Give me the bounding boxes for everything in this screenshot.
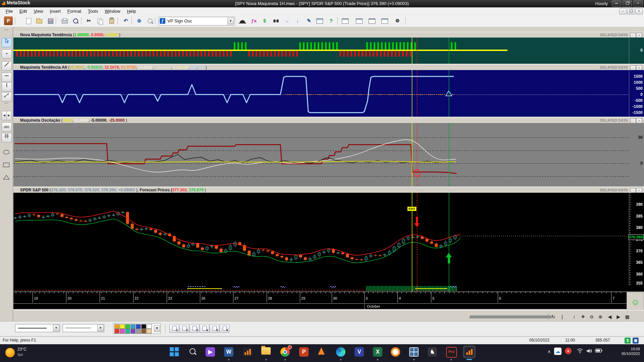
line-weight-dropdown-arrow[interactable]: ▼ <box>97 325 104 331</box>
indicator-combo[interactable]: ƒ VP Sign Osc ▼ <box>158 17 235 25</box>
bar-spacing-button[interactable]: | <box>558 313 566 320</box>
vertical-line-tool[interactable] <box>2 82 12 92</box>
palette-color-f0d0a0[interactable] <box>147 329 152 334</box>
save-chart-icon[interactable] <box>46 16 55 25</box>
weather-sun-icon[interactable] <box>5 348 15 357</box>
help-pointer-icon[interactable]: ? <box>327 16 335 25</box>
palette-color-e03a2f[interactable] <box>114 329 119 334</box>
chart-status-icon[interactable]: ▦ <box>633 338 639 344</box>
tile-vertical-icon[interactable] <box>355 16 364 25</box>
menu-item-window[interactable]: Window <box>102 8 123 14</box>
downloader-icon[interactable]: ↓ <box>293 16 302 25</box>
taskbar-app-chess-app[interactable]: ♞ <box>426 346 438 358</box>
taskbar-app-browser-orange[interactable] <box>389 346 401 358</box>
menu-item-help[interactable]: Help <box>124 8 139 14</box>
child-close-button[interactable]: × <box>635 8 643 14</box>
tile-grid-icon[interactable] <box>380 16 389 25</box>
taskbar-app-remote-grid-app[interactable] <box>408 346 420 358</box>
layout-template-button-3[interactable]: 3 <box>190 324 199 333</box>
cut-icon[interactable]: ✂ <box>85 16 93 25</box>
taskbar-app-metastock-active[interactable] <box>463 346 475 358</box>
crosshair-tool[interactable]: + <box>2 49 12 59</box>
exit-annotation[interactable]: EXIT <box>407 206 417 211</box>
panel-close-button[interactable]: × <box>636 188 642 193</box>
scroll-right-button[interactable]: ▸ <box>6 111 11 120</box>
panel-close-button[interactable]: × <box>636 65 642 70</box>
grid-tool[interactable] <box>2 133 12 142</box>
panel-close-button[interactable]: × <box>636 33 642 38</box>
taskbar-app-chrome[interactable] <box>279 346 291 358</box>
minimize-button[interactable] <box>612 0 621 7</box>
child-restore-button[interactable] <box>627 8 635 14</box>
palette-color-8046c0[interactable] <box>130 329 136 334</box>
rectangle-tool[interactable] <box>2 162 11 171</box>
palette-dropdown-arrow[interactable]: ▼ <box>154 325 160 332</box>
weather-temp[interactable]: 23°C <box>17 347 26 352</box>
scrollbar-thumb[interactable] <box>470 315 552 318</box>
panel-chart-canvas-maquineta-tendencia-alt[interactable] <box>13 70 629 117</box>
panel-restore-button[interactable] <box>630 118 636 123</box>
zoom-in-button[interactable]: ⊕ <box>596 313 604 320</box>
menu-item-file[interactable]: File <box>3 8 16 14</box>
menu-item-tools[interactable]: Tools <box>85 8 101 14</box>
scroll-left-button[interactable]: ◀ <box>606 313 614 320</box>
line-weight-combo[interactable]: ▼ <box>63 324 104 332</box>
taskbar-app-powerpoint[interactable]: P <box>298 346 310 358</box>
taskbar-app-metastock-pro[interactable]: Pro <box>445 346 457 358</box>
volume-icon[interactable] <box>586 348 592 355</box>
vertical-scale-button[interactable]: ↕ <box>570 313 578 320</box>
dollar-status-icon[interactable]: $ <box>625 338 631 344</box>
layout-template-button-6[interactable]: 6 <box>220 324 229 333</box>
battery-icon[interactable] <box>595 348 602 354</box>
tray-alert-icon[interactable]: × <box>565 348 572 354</box>
palette-color-2c46c8[interactable] <box>136 324 141 329</box>
layout-template-button-5[interactable]: 5 <box>210 324 219 333</box>
dollar-explorer-icon[interactable]: $ <box>260 16 269 25</box>
wifi-icon[interactable] <box>577 348 583 355</box>
ellipse-tool[interactable] <box>2 149 11 158</box>
menu-item-format[interactable]: Format <box>64 8 84 14</box>
pointer-tool[interactable] <box>2 38 12 47</box>
zoom-select-icon[interactable] <box>146 16 154 25</box>
taskbar-app-media-app[interactable]: ▶ <box>204 346 216 358</box>
taskbar-app-metastock[interactable] <box>241 346 254 358</box>
date-axis-canvas[interactable] <box>13 292 627 309</box>
taskbar-app-search[interactable] <box>187 346 199 358</box>
palette-color-22b7a0[interactable] <box>125 329 130 334</box>
layout-template-button-1[interactable]: 1 <box>169 324 179 333</box>
forecaster-arrow-icon[interactable]: → <box>282 16 291 25</box>
panel-chart-canvas-nova-maquineta-tendencia[interactable] <box>13 38 629 64</box>
scroll-right-button[interactable]: ▶ <box>614 313 623 320</box>
copy-icon[interactable] <box>95 16 104 25</box>
ink-tool-icon[interactable]: ✎ <box>305 16 313 25</box>
menu-item-edit[interactable]: Edit <box>16 8 30 14</box>
taskbar-app-excel[interactable]: X <box>372 346 384 358</box>
panel-chart-canvas-maquineta-oscilacao[interactable] <box>13 123 629 186</box>
open-chart-icon[interactable] <box>35 16 44 25</box>
paste-icon[interactable] <box>107 16 116 25</box>
taskbar-clock[interactable]: 19:09 05/10/2022 <box>622 347 640 356</box>
triangle-tool[interactable] <box>2 175 11 183</box>
weather-condition[interactable]: Sol <box>17 353 23 357</box>
data-window-button[interactable]: ▦ <box>623 313 631 320</box>
explorer-binoculars-icon[interactable] <box>272 16 280 25</box>
text-tool[interactable]: abc <box>2 122 12 132</box>
palette-color-111111[interactable] <box>141 324 146 329</box>
taskbar-app-word[interactable]: W <box>223 346 235 358</box>
new-chart-icon[interactable] <box>24 16 33 25</box>
panel-close-button[interactable]: × <box>636 118 642 123</box>
tile-horizontal-icon[interactable] <box>368 16 376 25</box>
print-preview-icon[interactable] <box>71 16 80 25</box>
onedrive-cloud-icon[interactable]: ☁ <box>554 348 561 355</box>
close-button[interactable]: × <box>633 0 643 7</box>
palette-color-f7ef22[interactable] <box>120 324 125 329</box>
panel-restore-button[interactable] <box>630 33 636 38</box>
palette-color-2f9fd0[interactable] <box>130 324 136 329</box>
chart-options-gear-icon[interactable]: ☸ <box>393 16 402 25</box>
tray-chevron-icon[interactable]: ∧ <box>547 349 551 354</box>
palette-color-9a9a9a[interactable] <box>136 329 141 334</box>
trendline-tool[interactable] <box>2 61 12 71</box>
taskbar-app-start[interactable] <box>168 346 180 358</box>
undo-icon[interactable]: ↶ <box>121 16 130 25</box>
taskbar-app-vlc[interactable] <box>317 346 329 358</box>
